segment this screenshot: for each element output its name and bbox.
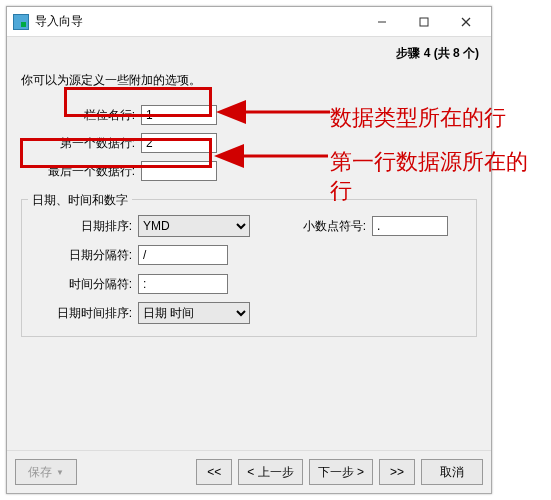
fieldset-legend: 日期、时间和数字 [28, 192, 132, 209]
close-button[interactable] [445, 8, 487, 36]
annotation-text-1: 数据类型所在的行 [330, 104, 506, 133]
save-button[interactable]: 保存▼ [15, 459, 77, 485]
minimize-button[interactable] [361, 8, 403, 36]
field-name-row-label: 栏位名行: [21, 107, 141, 124]
last-data-row-input[interactable] [141, 161, 217, 181]
first-data-row-input[interactable] [141, 133, 217, 153]
svg-rect-1 [420, 18, 428, 26]
prev-button[interactable]: < 上一步 [238, 459, 302, 485]
description-text: 你可以为源定义一些附加的选项。 [21, 72, 477, 89]
first-page-button[interactable]: << [196, 459, 232, 485]
import-wizard-window: 导入向导 步骤 4 (共 8 个) 你可以为源定义一些附加的选项。 栏位名行: … [6, 6, 492, 494]
date-order-select[interactable]: YMD [138, 215, 250, 237]
datetime-order-label: 日期时间排序: [28, 305, 138, 322]
first-data-row-label: 第一个数据行: [21, 135, 141, 152]
step-indicator: 步骤 4 (共 8 个) [7, 37, 491, 66]
app-icon [13, 14, 29, 30]
titlebar: 导入向导 [7, 7, 491, 37]
window-title: 导入向导 [35, 13, 361, 30]
time-sep-label: 时间分隔符: [28, 276, 138, 293]
chevron-down-icon: ▼ [56, 468, 64, 477]
wizard-footer: 保存▼ << < 上一步 下一步 > >> 取消 [7, 450, 491, 493]
date-number-fieldset: 日期、时间和数字 日期排序: YMD 小数点符号: 日期分隔符: 时间分隔符: … [21, 199, 477, 337]
field-name-row-input[interactable] [141, 105, 217, 125]
last-data-row-label: 最后一个数据行: [21, 163, 141, 180]
decimal-input[interactable] [372, 216, 448, 236]
annotation-text-2: 第一行数据源所在的行 [330, 148, 540, 205]
date-order-label: 日期排序: [28, 218, 138, 235]
last-page-button[interactable]: >> [379, 459, 415, 485]
date-sep-input[interactable] [138, 245, 228, 265]
decimal-label: 小数点符号: [280, 218, 372, 235]
next-button[interactable]: 下一步 > [309, 459, 373, 485]
time-sep-input[interactable] [138, 274, 228, 294]
date-sep-label: 日期分隔符: [28, 247, 138, 264]
datetime-order-select[interactable]: 日期 时间 [138, 302, 250, 324]
cancel-button[interactable]: 取消 [421, 459, 483, 485]
maximize-button[interactable] [403, 8, 445, 36]
